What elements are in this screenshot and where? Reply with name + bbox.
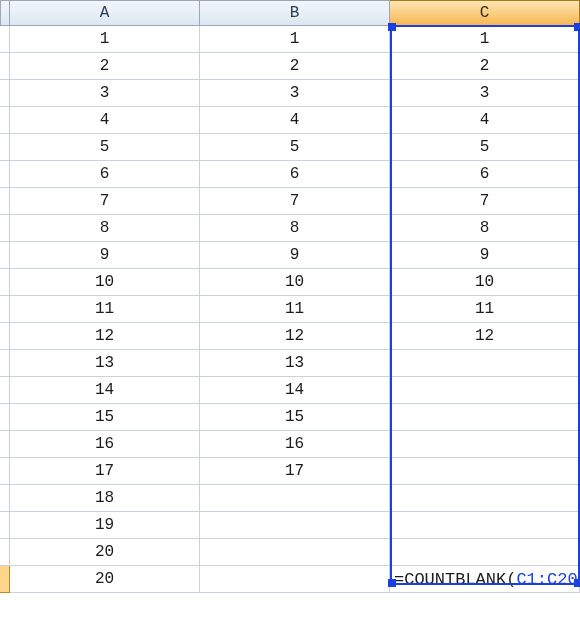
row-gutter [0, 242, 10, 269]
cell-c-7[interactable]: 7 [390, 188, 580, 215]
cell-a-9[interactable]: 9 [10, 242, 200, 269]
cell-c-4[interactable]: 4 [390, 107, 580, 134]
row-gutter [0, 377, 10, 404]
cell-b-3[interactable]: 3 [200, 80, 390, 107]
cell-b-8[interactable]: 8 [200, 215, 390, 242]
formula-function-name: =COUNTBLANK [394, 570, 506, 589]
cell-a-2[interactable]: 2 [10, 53, 200, 80]
row-gutter-active [0, 566, 10, 593]
row-gutter [0, 269, 10, 296]
cell-a-11[interactable]: 11 [10, 296, 200, 323]
cell-a-3[interactable]: 3 [10, 80, 200, 107]
column-header-a[interactable]: A [10, 0, 200, 26]
row-gutter [0, 134, 10, 161]
cell-a-15[interactable]: 15 [10, 404, 200, 431]
cell-c-3[interactable]: 3 [390, 80, 580, 107]
column-header-b[interactable]: B [200, 0, 390, 26]
cell-a-5[interactable]: 5 [10, 134, 200, 161]
row-gutter [0, 161, 10, 188]
header-gutter [0, 0, 10, 26]
cell-a-1[interactable]: 1 [10, 26, 200, 53]
cell-b-17[interactable]: 17 [200, 458, 390, 485]
cell-c-12[interactable]: 12 [390, 323, 580, 350]
cell-c-8[interactable]: 8 [390, 215, 580, 242]
row-gutter [0, 53, 10, 80]
cell-b-13[interactable]: 13 [200, 350, 390, 377]
cell-c-5[interactable]: 5 [390, 134, 580, 161]
row-gutter [0, 350, 10, 377]
cell-b-19[interactable] [200, 512, 390, 539]
cell-c-13[interactable] [390, 350, 580, 377]
row-gutter [0, 107, 10, 134]
cell-b-20[interactable] [200, 539, 390, 566]
cell-c-10[interactable]: 10 [390, 269, 580, 296]
cell-c-20[interactable] [390, 539, 580, 566]
cell-b-21[interactable] [200, 566, 390, 593]
cell-c-6[interactable]: 6 [390, 161, 580, 188]
cell-b-14[interactable]: 14 [200, 377, 390, 404]
formula-edit-cell[interactable]: =COUNTBLANK(C1:C20) [390, 566, 580, 593]
cell-a-18[interactable]: 18 [10, 485, 200, 512]
row-gutter [0, 296, 10, 323]
row-gutter [0, 188, 10, 215]
cell-c-14[interactable] [390, 377, 580, 404]
row-gutter [0, 539, 10, 566]
formula-open-paren: ( [506, 570, 516, 589]
row-gutter [0, 512, 10, 539]
cell-a-17[interactable]: 17 [10, 458, 200, 485]
spreadsheet-grid[interactable]: ABC1112223334445556667778889991010101111… [0, 0, 580, 593]
cell-b-10[interactable]: 10 [200, 269, 390, 296]
row-gutter [0, 323, 10, 350]
cell-a-21[interactable]: 20 [10, 566, 200, 593]
cell-c-1[interactable]: 1 [390, 26, 580, 53]
cell-b-12[interactable]: 12 [200, 323, 390, 350]
cell-c-19[interactable] [390, 512, 580, 539]
cell-a-19[interactable]: 19 [10, 512, 200, 539]
cell-c-17[interactable] [390, 458, 580, 485]
cell-b-11[interactable]: 11 [200, 296, 390, 323]
cell-b-15[interactable]: 15 [200, 404, 390, 431]
cell-b-6[interactable]: 6 [200, 161, 390, 188]
cell-a-8[interactable]: 8 [10, 215, 200, 242]
formula-range-reference: C1:C20 [516, 570, 577, 589]
cell-b-5[interactable]: 5 [200, 134, 390, 161]
cell-c-16[interactable] [390, 431, 580, 458]
cell-c-11[interactable]: 11 [390, 296, 580, 323]
row-gutter [0, 26, 10, 53]
cell-b-16[interactable]: 16 [200, 431, 390, 458]
cell-a-10[interactable]: 10 [10, 269, 200, 296]
cell-b-9[interactable]: 9 [200, 242, 390, 269]
cell-c-15[interactable] [390, 404, 580, 431]
cell-a-12[interactable]: 12 [10, 323, 200, 350]
cell-a-7[interactable]: 7 [10, 188, 200, 215]
row-gutter [0, 458, 10, 485]
cell-a-6[interactable]: 6 [10, 161, 200, 188]
cell-b-1[interactable]: 1 [200, 26, 390, 53]
row-gutter [0, 404, 10, 431]
cell-b-7[interactable]: 7 [200, 188, 390, 215]
cell-b-18[interactable] [200, 485, 390, 512]
cell-c-2[interactable]: 2 [390, 53, 580, 80]
row-gutter [0, 485, 10, 512]
row-gutter [0, 431, 10, 458]
cell-a-13[interactable]: 13 [10, 350, 200, 377]
cell-a-16[interactable]: 16 [10, 431, 200, 458]
cell-b-4[interactable]: 4 [200, 107, 390, 134]
cell-b-2[interactable]: 2 [200, 53, 390, 80]
cell-c-9[interactable]: 9 [390, 242, 580, 269]
column-header-c[interactable]: C [390, 0, 580, 26]
spreadsheet-viewport: ABC1112223334445556667778889991010101111… [0, 0, 580, 593]
cell-a-20[interactable]: 20 [10, 539, 200, 566]
cell-a-14[interactable]: 14 [10, 377, 200, 404]
row-gutter [0, 80, 10, 107]
cell-a-4[interactable]: 4 [10, 107, 200, 134]
cell-c-18[interactable] [390, 485, 580, 512]
row-gutter [0, 215, 10, 242]
